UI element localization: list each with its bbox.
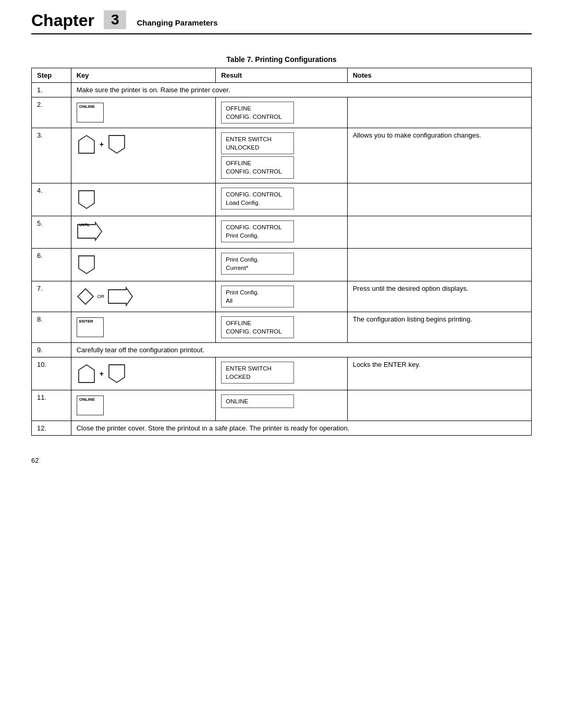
plus-icon: + — [100, 140, 104, 149]
step-9-text: Carefully tear off the configuration pri… — [71, 342, 531, 357]
step-7-num: 7. — [32, 281, 71, 312]
step-3-notes: Allows you to make configuration changes… — [347, 128, 531, 183]
chapter-word: Chapter — [31, 11, 94, 30]
until-label: UNTIL — [79, 223, 90, 227]
key-pentagon-or-arrow: OR — [77, 285, 211, 309]
step-4-num: 4. — [32, 183, 71, 216]
step-4-result: CONFIG. CONTROLLoad Config. — [216, 183, 347, 216]
table-row: 7. OR Print Config.All Press until the — [32, 281, 532, 312]
step-6-notes — [347, 248, 531, 281]
step-7-notes: Press until the desired option displays. — [347, 281, 531, 312]
left-pentagon-icon — [77, 363, 96, 385]
printing-configurations-table: Step Key Result Notes 1. Make sure the p… — [31, 68, 532, 436]
step-12-num: 12. — [32, 421, 71, 435]
step-4-notes — [347, 183, 531, 216]
step-11-result: ONLINE — [216, 390, 347, 421]
step-8-key: ENTER — [71, 312, 216, 342]
table-row: 5. UNTIL CONFIG. CONTROLPrint Config. — [32, 216, 532, 248]
step-12-text: Close the printer cover. Store the print… — [71, 421, 531, 435]
step-10-notes: Locks the ENTER key. — [347, 357, 531, 390]
result-box: ONLINE — [221, 394, 294, 408]
svg-marker-0 — [79, 135, 94, 153]
left-diamond-icon — [77, 288, 94, 305]
svg-marker-7 — [79, 365, 94, 382]
col-header-key: Key — [71, 68, 216, 83]
step-2-result: OFFLINECONFIG. CONTROL — [216, 97, 347, 128]
arrow-right-key: UNTIL — [77, 221, 103, 243]
table-row: 3. + ENTER SWITCHUNLOCKED OFFLINEC — [32, 128, 532, 183]
step-9-num: 9. — [32, 342, 71, 357]
key-enter: ENTER — [77, 315, 211, 339]
step-3-key: + — [71, 128, 216, 183]
table-header-row: Step Key Result Notes — [32, 68, 532, 83]
online-key-rect: ONLINE — [77, 103, 104, 122]
table-row: 8. ENTER OFFLINECONFIG. CONTROL The conf… — [32, 312, 532, 342]
key-pentagon-plus-10: + — [77, 361, 211, 387]
step-8-notes: The configuration listing begins printin… — [347, 312, 531, 342]
svg-marker-2 — [79, 191, 94, 208]
svg-marker-8 — [109, 365, 125, 382]
step-1-num: 1. — [32, 83, 71, 97]
step-6-num: 6. — [32, 248, 71, 281]
table-row: 2. ONLINE OFFLINECONFIG. CONTROL — [32, 97, 532, 128]
key-pentagon-down-6 — [77, 252, 211, 278]
page-number: 62 — [31, 456, 532, 464]
chapter-subtitle: Changing Parameters — [137, 18, 217, 27]
step-1-text: Make sure the printer is on. Raise the p… — [71, 83, 531, 97]
step-7-key: OR — [71, 281, 216, 312]
col-header-notes: Notes — [347, 68, 531, 83]
key-arrow-until: UNTIL — [77, 219, 211, 245]
result-box: CONFIG. CONTROLLoad Config. — [221, 188, 294, 209]
plus-icon: + — [100, 369, 104, 378]
result-box: OFFLINECONFIG. CONTROL — [221, 316, 294, 338]
step-4-key — [71, 183, 216, 216]
key-online-11: ONLINE — [77, 393, 211, 417]
table-title: Table 7. Printing Configurations — [31, 55, 532, 64]
col-header-result: Result — [216, 68, 347, 83]
col-header-step: Step — [32, 68, 71, 83]
step-5-num: 5. — [32, 216, 71, 248]
result-box: OFFLINECONFIG. CONTROL — [221, 102, 294, 124]
step-11-key: ONLINE — [71, 390, 216, 421]
step-11-num: 11. — [32, 390, 71, 421]
online-key-rect-11: ONLINE — [77, 396, 104, 415]
step-10-num: 10. — [32, 357, 71, 390]
table-row: 4. CONFIG. CONTROLLoad Config. — [32, 183, 532, 216]
step-2-key: ONLINE — [71, 97, 216, 128]
step-2-num: 2. — [32, 97, 71, 128]
result-box: Print Config.Current* — [221, 253, 294, 275]
table-row: 1. Make sure the printer is on. Raise th… — [32, 83, 532, 97]
right-arrow-icon — [107, 287, 133, 306]
step-8-num: 8. — [32, 312, 71, 342]
chapter-number: 3 — [104, 10, 127, 29]
result-box: Print Config.All — [221, 286, 294, 307]
or-label: OR — [97, 294, 105, 299]
step-5-notes — [347, 216, 531, 248]
table-row: 11. ONLINE ONLINE — [32, 390, 532, 421]
step-2-notes — [347, 97, 531, 128]
step-3-result: ENTER SWITCHUNLOCKED OFFLINECONFIG. CONT… — [216, 128, 347, 183]
enter-key-rect: ENTER — [77, 317, 104, 337]
step-6-key — [71, 248, 216, 281]
step-8-result: OFFLINECONFIG. CONTROL — [216, 312, 347, 342]
step-5-key: UNTIL — [71, 216, 216, 248]
right-pentagon-icon — [107, 363, 127, 385]
step-11-notes — [347, 390, 531, 421]
table-row: 12. Close the printer cover. Store the p… — [32, 421, 532, 435]
result-box: CONFIG. CONTROLPrint Config. — [221, 220, 294, 242]
table-row: 6. Print Config.Current* — [32, 248, 532, 281]
step-7-result: Print Config.All — [216, 281, 347, 312]
svg-marker-6 — [108, 288, 132, 305]
chapter-header: Chapter 3 Changing Parameters — [31, 10, 532, 34]
step-3-num: 3. — [32, 128, 71, 183]
step-5-result: CONFIG. CONTROLPrint Config. — [216, 216, 347, 248]
step-10-result: ENTER SWITCHLOCKED — [216, 357, 347, 390]
left-pentagon-icon — [77, 133, 96, 155]
result-box: ENTER SWITCHLOCKED — [221, 362, 294, 384]
step-6-result: Print Config.Current* — [216, 248, 347, 281]
result-box-1: ENTER SWITCHUNLOCKED — [221, 132, 294, 154]
svg-marker-5 — [78, 289, 93, 304]
key-online: ONLINE — [77, 101, 211, 125]
pentagon-down-icon — [77, 189, 96, 211]
table-row: 9. Carefully tear off the configuration … — [32, 342, 532, 357]
